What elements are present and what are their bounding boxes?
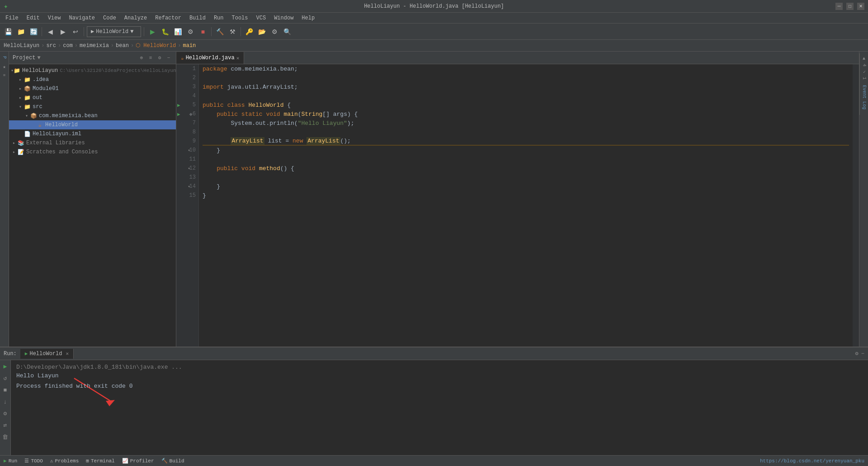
svg-marker-1 (106, 400, 115, 406)
tab-helloworld[interactable]: ☕ HelloWorld.java ✕ (176, 52, 244, 64)
linenum-3: 3 (176, 82, 198, 91)
project-panel: Project ▼ ⊕ ≡ ⚙ − ▾ 📁 HelloLiayun C:\Use… (9, 52, 176, 347)
toolbar-recent[interactable]: ↩ (70, 26, 81, 37)
bc-com[interactable]: com (63, 43, 73, 49)
bc-bean[interactable]: bean (116, 43, 129, 49)
statusbar-problems[interactable]: ⚠ Problems (50, 458, 79, 464)
menu-view[interactable]: View (44, 14, 65, 22)
menu-tools[interactable]: Tools (228, 14, 252, 22)
bc-meimeixia[interactable]: meimeixia (80, 43, 109, 49)
tree-out[interactable]: ▸ 📁 out (9, 93, 176, 102)
linenum-14: ▾14 (176, 182, 198, 191)
menu-edit[interactable]: Edit (23, 14, 43, 22)
console-close-icon[interactable]: 🗑 (1, 433, 10, 442)
left-sidebar-icons: P ★ ≡ (0, 52, 9, 347)
scratch-label: Scratches and Consoles (26, 149, 98, 155)
tree-helloworld[interactable]: ▸ ☕ HelloWorld (9, 120, 176, 129)
project-collapse-icon[interactable]: ≡ (147, 54, 154, 62)
toolbar-build2[interactable]: ⚒ (227, 26, 238, 37)
project-scope-icon[interactable]: ⊕ (138, 54, 145, 62)
src-icon: 📁 (24, 103, 31, 110)
console-rerun-icon[interactable]: ↺ (1, 374, 10, 383)
minimize-button[interactable]: ─ (835, 3, 843, 10)
close-button[interactable]: ✕ (857, 3, 864, 10)
bc-helloliayun[interactable]: HelloLiayun (4, 43, 39, 49)
tree-module01[interactable]: ▸ 📦 Module01 (9, 84, 176, 93)
toolbar-stop[interactable]: ■ (198, 26, 208, 37)
right-icon-problems[interactable]: ▲ 4 ✓ 1 (861, 55, 868, 81)
bottom-settings-icon[interactable]: ⚙ (855, 350, 859, 357)
project-title: Project (13, 55, 35, 61)
console-wrap-icon[interactable]: ⇄ (1, 421, 10, 430)
code-area[interactable]: package com.meimeixia.bean; import java.… (199, 64, 853, 347)
right-sidebar: ▲ 4 ✓ 1 Event Log (859, 52, 868, 347)
tree-root[interactable]: ▾ 📁 HelloLiayun C:\Users\32120\IdeaProje… (9, 66, 176, 75)
bc-main[interactable]: main (183, 43, 196, 49)
console-stop-icon[interactable]: ■ (1, 385, 10, 395)
toolbar-save[interactable]: 💾 (3, 26, 14, 37)
statusbar-todo[interactable]: ☰ TODO (24, 458, 42, 464)
project-settings-icon[interactable]: ⚙ (156, 54, 163, 62)
tree-scratches[interactable]: ▸ 📝 Scratches and Consoles (9, 147, 176, 157)
menu-window[interactable]: Window (270, 14, 297, 22)
left-icon-fav[interactable]: ★ (0, 62, 9, 71)
project-hide-icon[interactable]: − (165, 54, 172, 62)
statusbar-profiler[interactable]: 📈 Profiler (122, 458, 154, 464)
menu-refactor[interactable]: Refactor (151, 14, 185, 22)
hw-icon: ☕ (36, 121, 43, 128)
menu-code[interactable]: Code (99, 14, 120, 22)
code-line-11 (203, 155, 849, 164)
toolbar-run[interactable]: ▶ (147, 26, 158, 37)
menu-help[interactable]: Help (298, 14, 318, 22)
menu-vcs[interactable]: VCS (253, 14, 270, 22)
console-body: ▶ ↺ ■ ↓ ⚙ ⇄ 🗑 D:\Developer\Java\jdk1.8.0… (0, 360, 868, 455)
tree-iml[interactable]: ▸ 📄 HelloLiayun.iml (9, 129, 176, 138)
menubar: File Edit View Navigate Code Analyze Ref… (0, 13, 868, 24)
toolbar-settings[interactable]: ⚙ (269, 26, 280, 37)
tree-src[interactable]: ▾ 📁 src (9, 102, 176, 111)
menu-file[interactable]: File (2, 14, 22, 22)
toolbar-coverage[interactable]: 📊 (172, 26, 183, 37)
toolbar-search[interactable]: 🔍 (282, 26, 292, 37)
bottom-tab-helloworld[interactable]: ▶ HelloWorld ✕ (20, 349, 74, 359)
console-run-icon[interactable]: ▶ (1, 362, 10, 371)
toolbar-back[interactable]: ◀ (45, 26, 56, 37)
statusbar-terminal[interactable]: ⊞ Terminal (86, 458, 114, 464)
toolbar-save-all[interactable]: 📁 (15, 26, 26, 37)
tree-extlibs[interactable]: ▸ 📚 External Libraries (9, 138, 176, 147)
menu-build[interactable]: Build (186, 14, 209, 22)
tab-close[interactable]: ✕ (236, 55, 240, 61)
root-path: C:\Users\32120\IdeaProjects\HelloLiayun (60, 68, 176, 73)
tree-idea[interactable]: ▸ 📁 .idea (9, 75, 176, 84)
left-icon-structure[interactable]: ≡ (0, 71, 9, 80)
maximize-button[interactable]: □ (846, 3, 854, 10)
toolbar-forward[interactable]: ▶ (57, 26, 68, 37)
console-down-icon[interactable]: ↓ (1, 397, 10, 406)
bc-src[interactable]: src (46, 43, 56, 49)
statusbar-build[interactable]: 🔨 Build (161, 458, 184, 464)
toolbar-build[interactable]: 🔨 (214, 26, 225, 37)
menu-analyze[interactable]: Analyze (121, 14, 151, 22)
bc-helloworld-class[interactable]: ⬡ HelloWorld (136, 42, 176, 49)
toolbar-vcs[interactable]: 📂 (256, 26, 267, 37)
right-icon-events[interactable]: Event Log (861, 81, 868, 113)
statusbar-run[interactable]: ▶ Run (4, 458, 17, 464)
toolbar-sync[interactable]: 🔄 (28, 26, 39, 37)
menu-run[interactable]: Run (210, 14, 227, 22)
project-selector[interactable]: ▶ HelloWorld ▼ (87, 26, 141, 37)
out-arrow: ▸ (17, 95, 24, 100)
project-dropdown-icon[interactable]: ▼ (37, 55, 40, 61)
toolbar-run-config[interactable]: ⚙ (185, 26, 196, 37)
bottom-minimize-icon[interactable]: − (861, 351, 864, 357)
console-settings-icon[interactable]: ⚙ (1, 409, 10, 418)
left-icon-project[interactable]: P (0, 53, 9, 62)
linenum-5: ▶5 (176, 100, 198, 109)
code-line-10: } (203, 146, 849, 155)
bottom-tab-close[interactable]: ✕ (66, 351, 69, 357)
toolbar-debug[interactable]: 🐛 (160, 26, 170, 37)
menu-navigate[interactable]: Navigate (65, 14, 99, 22)
toolbar-sdk[interactable]: 🔑 (244, 26, 255, 37)
sep3 (144, 27, 144, 36)
module01-icon: 📦 (24, 85, 31, 92)
tree-package[interactable]: ▾ 📦 com.meimeixia.bean (9, 111, 176, 120)
